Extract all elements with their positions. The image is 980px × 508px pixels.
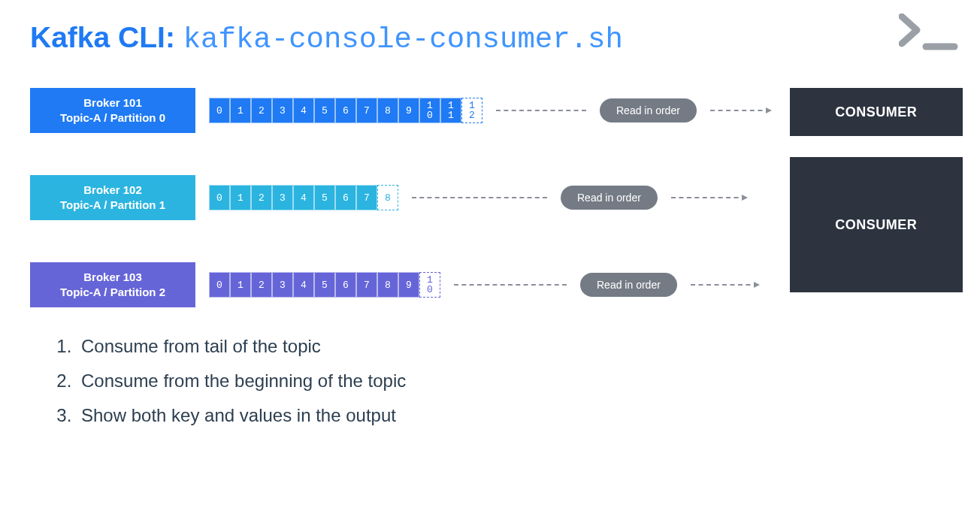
offset-cell: 0 <box>209 272 230 298</box>
offset-cell: 7 <box>356 272 377 298</box>
offset-cell: 6 <box>335 272 356 298</box>
terminal-icon <box>899 14 959 56</box>
title-prefix: Kafka CLI: <box>30 21 183 53</box>
offset-cell: 0 <box>209 185 230 210</box>
offset-cell: 4 <box>293 272 314 298</box>
broker-line1: Broker 103 <box>83 270 142 285</box>
offset-cell: 4 <box>293 98 314 123</box>
offset-cell: 10 <box>419 272 440 298</box>
feature-item: Consume from tail of the topic <box>77 336 950 357</box>
dashed-connector <box>412 197 547 198</box>
broker-line1: Broker 101 <box>83 95 142 110</box>
offset-cell: 7 <box>356 185 377 210</box>
partition-row: Broker 101Topic-A / Partition 0012345678… <box>30 88 770 133</box>
offset-cell: 11 <box>440 98 461 123</box>
feature-list: Consume from tail of the topicConsume fr… <box>30 336 950 426</box>
offset-cells: 012345678910 <box>209 272 440 298</box>
offset-cell: 8 <box>377 98 398 123</box>
broker-box: Broker 101Topic-A / Partition 0 <box>30 88 195 133</box>
offset-cell: 1 <box>230 185 251 210</box>
offset-cell: 1 <box>230 272 251 298</box>
offset-cell: 5 <box>314 98 335 123</box>
offset-cell: 0 <box>209 98 230 123</box>
offset-cell: 9 <box>398 272 419 298</box>
dashed-arrow <box>671 197 746 198</box>
dashed-connector <box>454 284 567 286</box>
read-label-pill: Read in order <box>561 186 658 210</box>
offset-cell: 3 <box>272 185 293 210</box>
dashed-arrow <box>691 284 758 286</box>
offset-cell: 12 <box>461 98 482 123</box>
dashed-arrow <box>710 110 770 111</box>
offset-cell: 3 <box>272 272 293 298</box>
consumer-box-1: CONSUMER <box>790 88 963 136</box>
broker-line2: Topic-A / Partition 0 <box>60 110 165 125</box>
offset-cell: 8 <box>377 272 398 298</box>
partition-row: Broker 103Topic-A / Partition 2012345678… <box>30 262 770 307</box>
broker-line2: Topic-A / Partition 2 <box>60 285 165 300</box>
page-title: Kafka CLI: kafka-console-consumer.sh <box>30 21 950 56</box>
read-label-pill: Read in order <box>600 98 697 122</box>
offset-cell: 6 <box>335 185 356 210</box>
broker-box: Broker 103Topic-A / Partition 2 <box>30 262 195 307</box>
offset-cell: 2 <box>251 272 272 298</box>
diagram: Broker 101Topic-A / Partition 0012345678… <box>30 88 950 307</box>
offset-cell: 10 <box>419 98 440 123</box>
read-label-pill: Read in order <box>580 273 677 297</box>
offset-cell: 1 <box>230 98 251 123</box>
offset-cell: 2 <box>251 185 272 210</box>
offset-cell: 5 <box>314 185 335 210</box>
partition-row: Broker 102Topic-A / Partition 1012345678… <box>30 175 770 220</box>
dashed-connector <box>496 110 586 111</box>
broker-line2: Topic-A / Partition 1 <box>60 198 165 213</box>
title-command: kafka-console-consumer.sh <box>183 23 623 56</box>
offset-cell: 9 <box>398 98 419 123</box>
offset-cell: 8 <box>377 185 398 210</box>
consumer-box-2: CONSUMER <box>790 157 963 292</box>
offset-cell: 6 <box>335 98 356 123</box>
feature-item: Consume from the beginning of the topic <box>77 370 950 392</box>
offset-cell: 5 <box>314 272 335 298</box>
feature-item: Show both key and values in the output <box>77 405 950 426</box>
offset-cell: 2 <box>251 98 272 123</box>
offset-cells: 012345678 <box>209 185 398 210</box>
offset-cell: 4 <box>293 185 314 210</box>
offset-cell: 7 <box>356 98 377 123</box>
offset-cell: 3 <box>272 98 293 123</box>
broker-line1: Broker 102 <box>83 183 142 198</box>
broker-box: Broker 102Topic-A / Partition 1 <box>30 175 195 220</box>
offset-cells: 0123456789101112 <box>209 98 482 123</box>
